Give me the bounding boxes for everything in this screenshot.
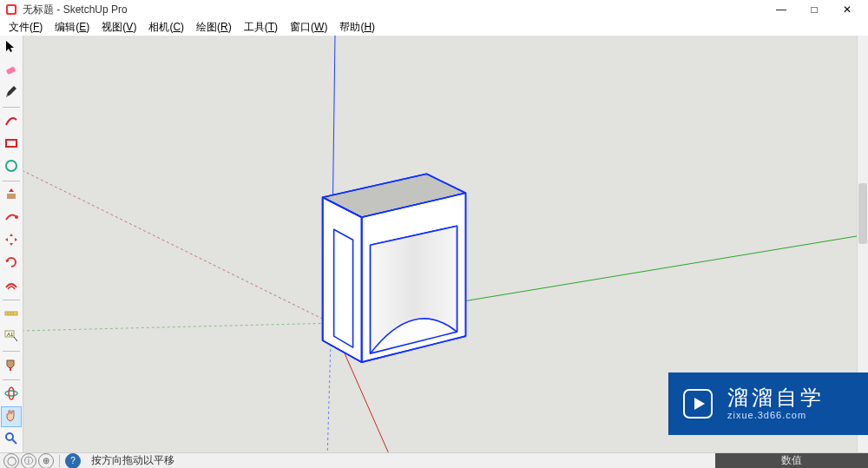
status-hint: 按方向拖动以平移 <box>91 453 174 468</box>
pan-tool[interactable] <box>1 406 22 427</box>
svg-marker-44 <box>694 398 705 410</box>
pencil-icon <box>3 84 19 102</box>
offset-icon <box>3 277 19 295</box>
circle-icon <box>3 158 19 176</box>
title-bar: 无标题 - SketchUp Pro — □ ✕ <box>0 0 868 19</box>
rectangle-tool[interactable] <box>1 134 22 155</box>
line-tool[interactable] <box>1 82 22 103</box>
menu-f[interactable]: 文件(F) <box>3 19 48 36</box>
toolbar: A1 <box>0 36 23 452</box>
status-separator <box>59 455 60 467</box>
svg-text:A1: A1 <box>7 332 14 337</box>
eraser-icon <box>3 62 19 80</box>
zoom-tool[interactable] <box>1 429 22 450</box>
pushpull-icon <box>3 187 19 205</box>
watermark-title: 溜溜自学 <box>727 386 825 411</box>
watermark-url: zixue.3d66.com <box>727 410 825 421</box>
arc-tool[interactable] <box>1 111 22 132</box>
window-controls: — □ ✕ <box>766 0 863 19</box>
menu-h[interactable]: 帮助(H) <box>334 19 380 36</box>
move-tool[interactable] <box>1 230 22 251</box>
svg-rect-1 <box>8 6 15 13</box>
follow-icon <box>3 209 19 227</box>
orbit-icon <box>3 386 19 404</box>
pan-icon <box>3 408 19 426</box>
tape-icon <box>3 306 19 324</box>
status-geo-icon[interactable]: ⊕ <box>38 453 54 469</box>
svg-point-15 <box>5 391 17 396</box>
measurement-label: 数值 <box>781 453 802 468</box>
scrollbar-thumb[interactable] <box>858 183 867 244</box>
status-info-icon[interactable]: ⓘ <box>21 453 36 469</box>
tape-tool[interactable] <box>1 304 22 325</box>
svg-rect-5 <box>7 194 16 199</box>
svg-point-17 <box>6 433 13 440</box>
svg-rect-2 <box>6 66 16 75</box>
viewport[interactable]: 溜溜自学 zixue.3d66.com <box>23 36 868 452</box>
status-bar: ◯ ⓘ ⊕ ? 按方向拖动以平移 数值 <box>0 452 868 469</box>
main-area: A1 <box>0 36 868 452</box>
measurement-box[interactable]: 数值 <box>715 453 868 469</box>
status-icons: ◯ ⓘ ⊕ ? <box>0 453 84 469</box>
status-help-icon[interactable]: ? <box>65 453 81 469</box>
svg-rect-14 <box>10 367 11 371</box>
watermark-play-icon <box>668 386 727 421</box>
rotate-tool[interactable] <box>1 253 22 274</box>
toolbar-separator <box>3 181 20 181</box>
orbit-tool[interactable] <box>1 384 22 405</box>
maximize-button[interactable]: □ <box>799 0 830 19</box>
svg-point-6 <box>15 215 18 219</box>
window: 无标题 - SketchUp Pro — □ ✕ 文件(F)编辑(E)视图(V)… <box>0 0 868 468</box>
menu-v[interactable]: 视图(V) <box>96 19 141 36</box>
eraser-tool[interactable] <box>1 60 22 81</box>
svg-point-4 <box>6 161 16 171</box>
menu-bar: 文件(F)编辑(E)视图(V)相机(C)绘图(R)工具(T)窗口(W)帮助(H) <box>0 19 868 36</box>
app-icon <box>5 3 17 16</box>
minimize-button[interactable]: — <box>766 0 797 19</box>
move-icon <box>3 232 19 250</box>
svg-line-13 <box>14 337 17 341</box>
toolbar-separator <box>3 300 20 300</box>
menu-t[interactable]: 工具(T) <box>239 19 283 36</box>
svg-rect-7 <box>5 312 17 315</box>
status-user-icon[interactable]: ◯ <box>3 453 19 469</box>
arrow-icon <box>3 39 19 57</box>
rect-icon <box>3 135 19 154</box>
menu-r[interactable]: 绘图(R) <box>191 19 237 36</box>
menu-w[interactable]: 窗口(W) <box>285 19 332 36</box>
zoom-icon <box>3 431 19 449</box>
followme-tool[interactable] <box>1 208 22 228</box>
toolbar-separator <box>3 107 20 108</box>
watermark-banner: 溜溜自学 zixue.3d66.com <box>668 372 868 435</box>
offset-tool[interactable] <box>1 275 22 296</box>
rotate-icon <box>3 254 19 273</box>
pushpull-tool[interactable] <box>1 185 22 206</box>
menu-e[interactable]: 编辑(E) <box>49 19 95 36</box>
paint-tool[interactable] <box>1 355 22 376</box>
window-title: 无标题 - SketchUp Pro <box>23 3 766 17</box>
select-tool[interactable] <box>1 37 22 58</box>
menu-c[interactable]: 相机(C) <box>143 19 189 36</box>
arc-icon <box>3 113 19 131</box>
text-icon: A1 <box>3 328 19 346</box>
toolbar-separator <box>3 379 20 380</box>
svg-rect-3 <box>6 140 16 147</box>
svg-line-18 <box>12 439 16 444</box>
close-button[interactable]: ✕ <box>832 0 863 19</box>
text-tool[interactable]: A1 <box>1 326 22 347</box>
toolbar-separator <box>3 351 20 352</box>
svg-point-16 <box>9 387 14 399</box>
paint-icon <box>3 357 19 375</box>
circle-tool[interactable] <box>1 156 22 177</box>
